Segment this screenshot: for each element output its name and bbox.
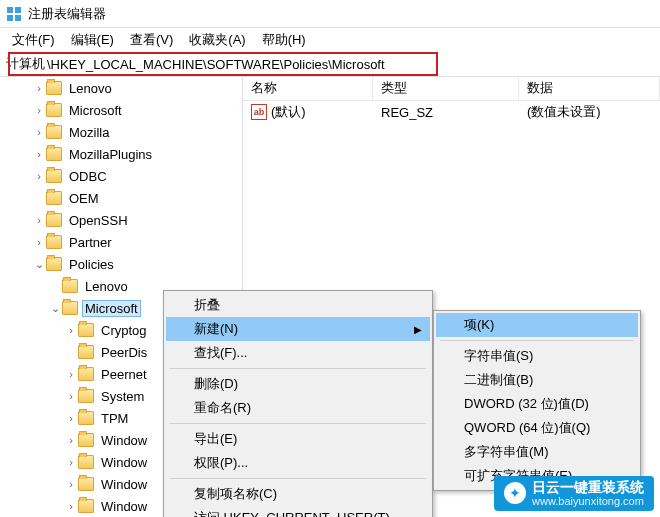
list-header: 名称 类型 数据 xyxy=(243,77,660,101)
menu-item-label: 多字符串值(M) xyxy=(464,443,549,461)
value-name: (默认) xyxy=(271,103,306,121)
chevron-right-icon[interactable]: › xyxy=(32,236,46,248)
col-name[interactable]: 名称 xyxy=(243,77,373,100)
menu-separator xyxy=(440,340,634,341)
chevron-right-icon[interactable]: › xyxy=(64,324,78,336)
chevron-right-icon[interactable]: › xyxy=(64,390,78,402)
menu-item[interactable]: 折叠 xyxy=(166,293,430,317)
col-type[interactable]: 类型 xyxy=(373,77,519,100)
chevron-right-icon[interactable]: › xyxy=(32,214,46,226)
chevron-right-icon[interactable]: › xyxy=(64,500,78,512)
tree-node[interactable]: ›Mozilla xyxy=(0,121,238,143)
svg-rect-0 xyxy=(7,7,13,13)
menu-item-label: 重命名(R) xyxy=(194,399,251,417)
tree-node-label: Window xyxy=(98,498,150,515)
folder-icon xyxy=(46,81,62,95)
menu-item[interactable]: 访问 HKEY_CURRENT_USER(T) xyxy=(166,506,430,517)
tree-node-label: ODBC xyxy=(66,168,110,185)
tree-node-label: Lenovo xyxy=(82,278,131,295)
menu-item-label: 权限(P)... xyxy=(194,454,248,472)
svg-rect-3 xyxy=(15,15,21,21)
menu-edit[interactable]: 编辑(E) xyxy=(63,29,122,51)
menu-item[interactable]: 字符串值(S) xyxy=(436,344,638,368)
chevron-right-icon[interactable]: › xyxy=(32,170,46,182)
tree-node-label: Mozilla xyxy=(66,124,112,141)
folder-icon xyxy=(78,345,94,359)
tree-node[interactable]: ⌄Policies xyxy=(0,253,238,275)
chevron-right-icon[interactable]: › xyxy=(64,412,78,424)
folder-icon xyxy=(46,191,62,205)
tree-node[interactable]: ›Lenovo xyxy=(0,77,238,99)
cell-type: REG_SZ xyxy=(373,105,519,120)
context-menu[interactable]: 折叠新建(N)▶查找(F)...删除(D)重命名(R)导出(E)权限(P)...… xyxy=(163,290,433,517)
cell-name: ab (默认) xyxy=(243,103,373,121)
tree-node-label: OpenSSH xyxy=(66,212,131,229)
svg-rect-2 xyxy=(7,15,13,21)
tree-node-label: Microsoft xyxy=(66,102,125,119)
tree-node-label: Microsoft xyxy=(82,300,141,317)
chevron-right-icon[interactable]: › xyxy=(64,456,78,468)
chevron-right-icon[interactable]: › xyxy=(64,434,78,446)
menu-item[interactable]: 查找(F)... xyxy=(166,341,430,365)
tree-node[interactable]: ›Partner xyxy=(0,231,238,253)
folder-icon xyxy=(46,213,62,227)
menu-file[interactable]: 文件(F) xyxy=(4,29,63,51)
menu-item[interactable]: 多字符串值(M) xyxy=(436,440,638,464)
tree-node[interactable]: ›Microsoft xyxy=(0,99,238,121)
menu-item[interactable]: 删除(D) xyxy=(166,372,430,396)
chevron-right-icon[interactable]: › xyxy=(64,478,78,490)
menu-item[interactable]: 项(K) xyxy=(436,313,638,337)
address-bar[interactable]: 计算机 \HKEY_LOCAL_MACHINE\SOFTWARE\Policie… xyxy=(0,52,660,76)
menu-item[interactable]: DWORD (32 位)值(D) xyxy=(436,392,638,416)
folder-icon xyxy=(46,103,62,117)
chevron-right-icon[interactable]: › xyxy=(32,148,46,160)
menu-separator xyxy=(170,478,426,479)
cell-data: (数值未设置) xyxy=(519,103,660,121)
menu-item[interactable]: 新建(N)▶ xyxy=(166,317,430,341)
tree-node[interactable]: ›OpenSSH xyxy=(0,209,238,231)
folder-icon xyxy=(46,257,62,271)
list-row[interactable]: ab (默认) REG_SZ (数值未设置) xyxy=(243,101,660,123)
tree-node[interactable]: OEM xyxy=(0,187,238,209)
chevron-right-icon[interactable]: › xyxy=(32,82,46,94)
app-icon xyxy=(6,6,22,22)
tree-node-label: PeerDis xyxy=(98,344,150,361)
menubar: 文件(F) 编辑(E) 查看(V) 收藏夹(A) 帮助(H) xyxy=(0,28,660,52)
folder-icon xyxy=(78,323,94,337)
tree-node-label: Cryptog xyxy=(98,322,150,339)
chevron-right-icon[interactable]: › xyxy=(32,126,46,138)
menu-help[interactable]: 帮助(H) xyxy=(254,29,314,51)
chevron-down-icon[interactable]: ⌄ xyxy=(48,302,62,315)
bird-icon: ✦ xyxy=(504,482,526,504)
menu-item[interactable]: 复制项名称(C) xyxy=(166,482,430,506)
menu-item-label: 折叠 xyxy=(194,296,220,314)
tree-node-label: Partner xyxy=(66,234,115,251)
folder-icon xyxy=(46,169,62,183)
tree-node[interactable]: ›MozillaPlugins xyxy=(0,143,238,165)
tree-node-label: Peernet xyxy=(98,366,150,383)
chevron-right-icon[interactable]: › xyxy=(64,368,78,380)
col-data[interactable]: 数据 xyxy=(519,77,660,100)
menu-item[interactable]: QWORD (64 位)值(Q) xyxy=(436,416,638,440)
menu-item-label: 新建(N) xyxy=(194,320,238,338)
menu-item[interactable]: 权限(P)... xyxy=(166,451,430,475)
tree-node[interactable]: ›ODBC xyxy=(0,165,238,187)
address-path: \HKEY_LOCAL_MACHINE\SOFTWARE\Policies\Mi… xyxy=(47,57,385,72)
chevron-right-icon[interactable]: › xyxy=(32,104,46,116)
watermark: ✦ 日云一键重装系统 www.baiyunxitong.com xyxy=(494,476,654,511)
menu-item[interactable]: 重命名(R) xyxy=(166,396,430,420)
chevron-down-icon[interactable]: ⌄ xyxy=(32,258,46,271)
context-submenu-new[interactable]: 项(K)字符串值(S)二进制值(B)DWORD (32 位)值(D)QWORD … xyxy=(433,310,641,491)
menu-view[interactable]: 查看(V) xyxy=(122,29,181,51)
menu-item[interactable]: 导出(E) xyxy=(166,427,430,451)
tree-node-label: MozillaPlugins xyxy=(66,146,155,163)
menu-separator xyxy=(170,368,426,369)
menu-favorites[interactable]: 收藏夹(A) xyxy=(181,29,253,51)
folder-icon xyxy=(62,279,78,293)
menu-item-label: 复制项名称(C) xyxy=(194,485,277,503)
menu-item[interactable]: 二进制值(B) xyxy=(436,368,638,392)
menu-item-label: QWORD (64 位)值(Q) xyxy=(464,419,590,437)
tree-node-label: Window xyxy=(98,432,150,449)
string-value-icon: ab xyxy=(251,104,267,120)
tree-node-label: Lenovo xyxy=(66,80,115,97)
